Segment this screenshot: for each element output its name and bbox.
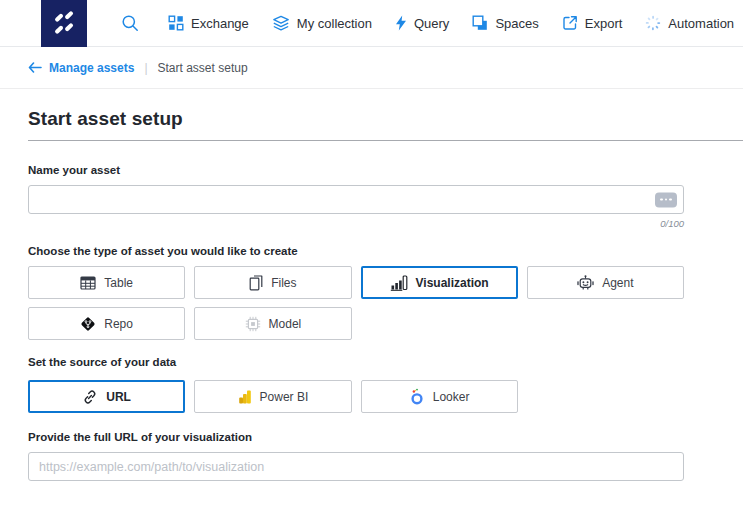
main-content: Start asset setup Name your asset 0/100 … bbox=[0, 108, 743, 481]
type-option-visualization[interactable]: Visualization bbox=[361, 266, 518, 299]
looker-icon bbox=[409, 388, 425, 405]
type-option-label: Files bbox=[271, 276, 296, 290]
robot-icon bbox=[577, 275, 594, 291]
nav-label: Exchange bbox=[191, 16, 249, 31]
asset-name-input[interactable] bbox=[28, 185, 684, 214]
breadcrumb-back-label: Manage assets bbox=[49, 61, 134, 75]
source-option-label: Looker bbox=[433, 390, 470, 404]
nav-item-export[interactable]: Export bbox=[560, 11, 625, 35]
page-title: Start asset setup bbox=[28, 108, 743, 130]
layers-icon bbox=[272, 15, 290, 31]
bolt-icon bbox=[395, 15, 407, 31]
nav-item-query[interactable]: Query bbox=[393, 11, 451, 35]
asset-setup-form: Name your asset 0/100 Choose the type of… bbox=[28, 164, 684, 481]
ellipsis-more-icon[interactable] bbox=[655, 192, 677, 207]
nav-label: Automation bbox=[668, 16, 734, 31]
nav-item-automation[interactable]: Automation bbox=[643, 11, 736, 35]
type-option-table[interactable]: Table bbox=[28, 266, 185, 299]
grid-icon bbox=[168, 15, 184, 31]
overlap-squares-icon bbox=[472, 15, 488, 31]
type-option-label: Visualization bbox=[416, 276, 489, 290]
source-options: URL Power BI bbox=[28, 380, 684, 413]
nav-item-exchange[interactable]: Exchange bbox=[166, 11, 251, 35]
source-option-powerbi[interactable]: Power BI bbox=[194, 380, 351, 413]
nav-item-spaces[interactable]: Spaces bbox=[470, 11, 540, 35]
name-field-label: Name your asset bbox=[28, 164, 684, 176]
export-icon bbox=[562, 15, 578, 31]
app-logo[interactable] bbox=[41, 0, 87, 47]
source-option-looker[interactable]: Looker bbox=[361, 380, 518, 413]
bar-chart-icon bbox=[390, 275, 408, 291]
nav-item-my-collection[interactable]: My collection bbox=[270, 11, 374, 35]
source-option-url[interactable]: URL bbox=[28, 380, 185, 413]
type-option-label: Table bbox=[104, 276, 133, 290]
type-option-label: Model bbox=[269, 317, 302, 331]
repo-fork-icon bbox=[80, 316, 96, 332]
nav-label: Query bbox=[414, 16, 449, 31]
breadcrumb-back-link[interactable]: Manage assets bbox=[28, 61, 134, 75]
char-counter: 0/100 bbox=[28, 218, 684, 229]
files-icon bbox=[249, 275, 263, 291]
source-option-label: Power BI bbox=[260, 390, 309, 404]
type-option-repo[interactable]: Repo bbox=[28, 307, 185, 340]
visualization-url-input[interactable] bbox=[28, 452, 684, 481]
breadcrumb-separator: | bbox=[144, 61, 147, 75]
logo-slashes-icon bbox=[47, 6, 81, 40]
title-divider bbox=[28, 140, 743, 141]
back-arrow-icon bbox=[28, 62, 42, 73]
source-section-label: Set the source of your data bbox=[28, 356, 684, 368]
type-option-label: Repo bbox=[104, 317, 133, 331]
type-option-files[interactable]: Files bbox=[194, 266, 351, 299]
link-icon bbox=[82, 389, 98, 405]
breadcrumb: Manage assets | Start asset setup bbox=[0, 47, 743, 89]
top-bar: Exchange My collection Query bbox=[0, 0, 743, 47]
type-option-label: Agent bbox=[602, 276, 633, 290]
type-option-model[interactable]: Model bbox=[194, 307, 351, 340]
type-section-label: Choose the type of asset you would like … bbox=[28, 245, 684, 257]
chip-icon bbox=[245, 316, 261, 332]
nav-label: Spaces bbox=[495, 16, 538, 31]
type-option-agent[interactable]: Agent bbox=[527, 266, 684, 299]
breadcrumb-current: Start asset setup bbox=[158, 61, 248, 75]
url-field-label: Provide the full URL of your visualizati… bbox=[28, 431, 684, 443]
asset-type-options: Table Files bbox=[28, 266, 684, 340]
source-option-label: URL bbox=[106, 390, 131, 404]
search-icon[interactable] bbox=[120, 13, 140, 33]
sparkle-dots-icon bbox=[645, 15, 661, 31]
main-nav: Exchange My collection Query bbox=[166, 11, 736, 35]
table-icon bbox=[80, 276, 96, 290]
powerbi-icon bbox=[238, 389, 252, 405]
nav-label: Export bbox=[585, 16, 623, 31]
nav-label: My collection bbox=[297, 16, 372, 31]
